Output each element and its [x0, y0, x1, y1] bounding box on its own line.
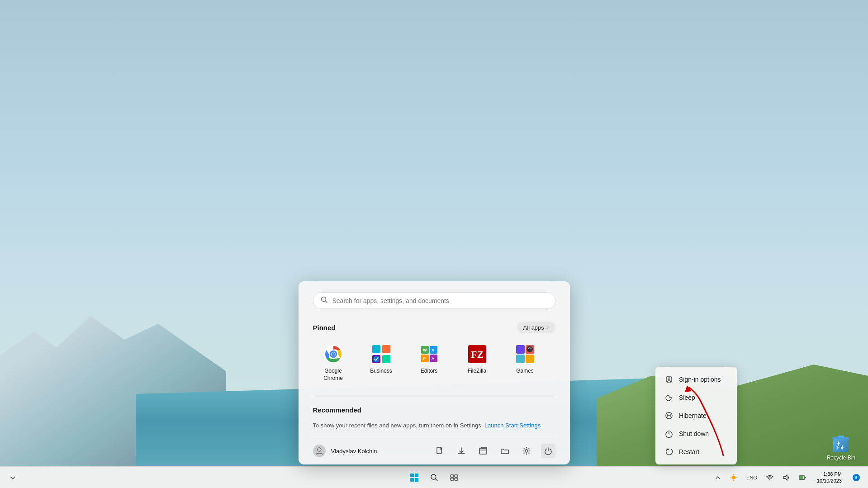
power-menu-item-restart[interactable]: Restart: [655, 443, 737, 461]
filezilla-icon: FZ: [467, 344, 487, 364]
search-input[interactable]: [332, 297, 548, 304]
svg-rect-12: [382, 345, 390, 353]
power-menu: Sign-in options Sleep Hibernate: [655, 367, 737, 464]
battery-icon: [799, 474, 806, 481]
search-bar-icon: [321, 296, 328, 305]
recommended-title: Recommended: [313, 406, 362, 414]
all-apps-button[interactable]: All apps: [517, 322, 555, 333]
recommended-section: Recommended To show your recent files an…: [313, 397, 555, 437]
time-display: 1:38 PM: [817, 471, 842, 477]
taskbar-search-button[interactable]: [425, 469, 443, 487]
svg-rect-30: [526, 355, 534, 363]
restart-label: Restart: [679, 448, 699, 455]
desktop: Recycle Bin Pinned All apps: [0, 0, 868, 488]
taskbar-center: [405, 469, 463, 487]
svg-text:X: X: [432, 348, 434, 352]
signin-label: Sign-in options: [679, 376, 721, 383]
svg-rect-27: [516, 345, 525, 354]
taskbar-chevron-btn[interactable]: [4, 469, 22, 487]
task-view-button[interactable]: [445, 469, 463, 487]
recycle-bin[interactable]: Recycle Bin: [827, 434, 855, 461]
svg-rect-48: [805, 477, 806, 479]
power-menu-item-shutdown[interactable]: Shut down: [655, 425, 737, 443]
volume-icon: [783, 474, 790, 481]
shutdown-icon: [664, 429, 674, 438]
taskbar: ENG: [0, 466, 868, 488]
folder-icon-btn[interactable]: [498, 444, 512, 458]
system-tray-icons[interactable]: [712, 473, 724, 483]
svg-text:A: A: [432, 356, 435, 361]
taskbar-right: ENG: [712, 468, 868, 487]
svg-rect-1: [833, 438, 849, 452]
power-icon-btn[interactable]: [541, 444, 555, 458]
start-menu-footer: Vladyslav Kolchin: [313, 437, 555, 464]
svg-rect-45: [455, 478, 458, 480]
svg-rect-34: [479, 449, 487, 454]
svg-line-41: [435, 479, 437, 481]
svg-point-37: [668, 378, 670, 379]
app-item-filezilla[interactable]: FZ FileZilla: [457, 341, 498, 385]
power-menu-item-signin[interactable]: Sign-in options: [655, 370, 737, 389]
start-menu: Pinned All apps: [299, 281, 570, 464]
app-item-editors[interactable]: W X P A Editors: [409, 341, 450, 385]
business-icon: [371, 344, 391, 364]
svg-point-10: [332, 352, 335, 356]
svg-rect-11: [372, 345, 380, 353]
volume-icon-btn[interactable]: [780, 472, 792, 483]
recommended-header: Recommended: [313, 406, 555, 414]
all-apps-chevron: [547, 324, 549, 331]
explorer-icon-btn[interactable]: [476, 444, 490, 458]
power-menu-item-sleep[interactable]: Sleep: [655, 389, 737, 407]
svg-point-35: [525, 450, 528, 452]
language-indicator[interactable]: ENG: [744, 473, 760, 482]
svg-rect-44: [451, 478, 454, 480]
restart-icon: [664, 447, 674, 456]
wifi-icon: [766, 474, 773, 481]
chrome-label: Google Chrome: [318, 368, 348, 382]
tray-weather-icon[interactable]: [727, 472, 740, 483]
svg-point-46: [732, 476, 735, 479]
search-bar[interactable]: [313, 292, 555, 309]
app-item-chrome[interactable]: Google Chrome: [313, 341, 354, 385]
sleep-label: Sleep: [679, 394, 695, 401]
svg-rect-29: [516, 355, 525, 363]
download-icon-btn[interactable]: [454, 444, 469, 458]
user-name: Vladyslav Kolchin: [331, 448, 377, 455]
sleep-icon: [664, 393, 674, 402]
pinned-section-header: Pinned All apps: [313, 322, 555, 333]
svg-line-5: [325, 301, 327, 303]
clock-display: 1:38 PM 10/10/2023: [815, 470, 844, 485]
settings-icon-btn[interactable]: [519, 444, 534, 458]
clock-btn[interactable]: 1:38 PM 10/10/2023: [812, 468, 846, 487]
svg-text:P: P: [423, 356, 426, 361]
pinned-title: Pinned: [313, 324, 336, 332]
filezilla-label: FileZilla: [468, 368, 486, 375]
file-icon-btn[interactable]: [432, 444, 447, 458]
recycle-bin-icon: [831, 434, 850, 453]
win-logo-q2: [415, 474, 418, 477]
language-label: ENG: [746, 475, 757, 480]
svg-point-31: [526, 346, 533, 352]
windows-logo: [410, 474, 418, 482]
notification-btn[interactable]: 6: [850, 472, 863, 483]
svg-rect-43: [455, 475, 458, 477]
signin-icon: [664, 375, 674, 384]
svg-point-15: [373, 356, 379, 362]
all-apps-label: All apps: [523, 324, 544, 331]
wifi-icon-btn[interactable]: [764, 472, 776, 483]
app-item-games[interactable]: Games: [505, 341, 545, 385]
chrome-icon: [323, 344, 343, 364]
recycle-bin-label: Recycle Bin: [827, 455, 855, 461]
notification-badge: 6: [853, 474, 860, 481]
app-item-business[interactable]: Business: [361, 341, 402, 385]
recommended-description: To show your recent files and new apps, …: [313, 421, 555, 430]
svg-rect-42: [451, 475, 454, 477]
user-info[interactable]: Vladyslav Kolchin: [313, 445, 377, 457]
launch-start-settings-link[interactable]: Launch Start Settings: [484, 422, 541, 429]
svg-point-32: [318, 448, 321, 451]
games-icon: [515, 344, 535, 364]
power-menu-item-hibernate[interactable]: Hibernate: [655, 407, 737, 425]
charging-icon-btn[interactable]: [796, 472, 809, 483]
start-button[interactable]: [405, 469, 423, 487]
hibernate-label: Hibernate: [679, 412, 707, 419]
